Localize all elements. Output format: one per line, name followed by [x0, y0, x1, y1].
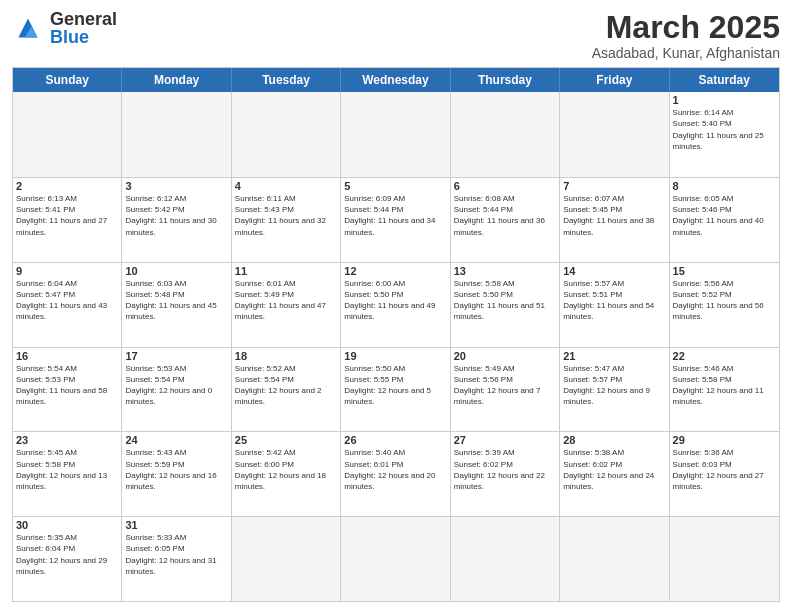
- day-number: 2: [16, 180, 118, 192]
- cal-cell: 3Sunrise: 6:12 AM Sunset: 5:42 PM Daylig…: [122, 178, 231, 262]
- cell-info: Sunrise: 5:53 AM Sunset: 5:54 PM Dayligh…: [125, 363, 227, 408]
- logo-text: General Blue: [50, 10, 117, 46]
- day-number: 18: [235, 350, 337, 362]
- cell-info: Sunrise: 6:07 AM Sunset: 5:45 PM Dayligh…: [563, 193, 665, 238]
- title-block: March 2025 Asadabad, Kunar, Afghanistan: [592, 10, 780, 61]
- cal-cell: 18Sunrise: 5:52 AM Sunset: 5:54 PM Dayli…: [232, 348, 341, 432]
- cal-cell: [451, 92, 560, 177]
- cell-info: Sunrise: 5:35 AM Sunset: 6:04 PM Dayligh…: [16, 532, 118, 577]
- cell-info: Sunrise: 5:45 AM Sunset: 5:58 PM Dayligh…: [16, 447, 118, 492]
- cal-cell: 31Sunrise: 5:33 AM Sunset: 6:05 PM Dayli…: [122, 517, 231, 601]
- cell-info: Sunrise: 5:56 AM Sunset: 5:52 PM Dayligh…: [673, 278, 776, 323]
- cal-cell: 29Sunrise: 5:36 AM Sunset: 6:03 PM Dayli…: [670, 432, 779, 516]
- cal-cell: [451, 517, 560, 601]
- cal-week-6: 30Sunrise: 5:35 AM Sunset: 6:04 PM Dayli…: [13, 516, 779, 601]
- cal-cell: 13Sunrise: 5:58 AM Sunset: 5:50 PM Dayli…: [451, 263, 560, 347]
- day-number: 4: [235, 180, 337, 192]
- cell-info: Sunrise: 5:49 AM Sunset: 5:56 PM Dayligh…: [454, 363, 556, 408]
- cal-cell: 30Sunrise: 5:35 AM Sunset: 6:04 PM Dayli…: [13, 517, 122, 601]
- day-number: 9: [16, 265, 118, 277]
- cell-info: Sunrise: 6:11 AM Sunset: 5:43 PM Dayligh…: [235, 193, 337, 238]
- cell-info: Sunrise: 6:04 AM Sunset: 5:47 PM Dayligh…: [16, 278, 118, 323]
- day-number: 17: [125, 350, 227, 362]
- day-number: 15: [673, 265, 776, 277]
- day-number: 26: [344, 434, 446, 446]
- day-number: 20: [454, 350, 556, 362]
- cal-cell: [122, 92, 231, 177]
- day-number: 7: [563, 180, 665, 192]
- cal-cell: 11Sunrise: 6:01 AM Sunset: 5:49 PM Dayli…: [232, 263, 341, 347]
- day-number: 12: [344, 265, 446, 277]
- day-number: 14: [563, 265, 665, 277]
- cell-info: Sunrise: 6:05 AM Sunset: 5:46 PM Dayligh…: [673, 193, 776, 238]
- cell-info: Sunrise: 5:38 AM Sunset: 6:02 PM Dayligh…: [563, 447, 665, 492]
- cell-info: Sunrise: 5:47 AM Sunset: 5:57 PM Dayligh…: [563, 363, 665, 408]
- cell-info: Sunrise: 5:50 AM Sunset: 5:55 PM Dayligh…: [344, 363, 446, 408]
- header-day-friday: Friday: [560, 68, 669, 92]
- day-number: 31: [125, 519, 227, 531]
- day-number: 1: [673, 94, 776, 106]
- header-day-sunday: Sunday: [13, 68, 122, 92]
- day-number: 22: [673, 350, 776, 362]
- cell-info: Sunrise: 6:12 AM Sunset: 5:42 PM Dayligh…: [125, 193, 227, 238]
- location: Asadabad, Kunar, Afghanistan: [592, 45, 780, 61]
- cal-cell: 12Sunrise: 6:00 AM Sunset: 5:50 PM Dayli…: [341, 263, 450, 347]
- cal-cell: 1Sunrise: 6:14 AM Sunset: 5:40 PM Daylig…: [670, 92, 779, 177]
- day-number: 6: [454, 180, 556, 192]
- cell-info: Sunrise: 5:57 AM Sunset: 5:51 PM Dayligh…: [563, 278, 665, 323]
- logo-blue: Blue: [50, 28, 117, 46]
- cal-cell: 25Sunrise: 5:42 AM Sunset: 6:00 PM Dayli…: [232, 432, 341, 516]
- day-number: 11: [235, 265, 337, 277]
- cal-cell: 26Sunrise: 5:40 AM Sunset: 6:01 PM Dayli…: [341, 432, 450, 516]
- cell-info: Sunrise: 5:36 AM Sunset: 6:03 PM Dayligh…: [673, 447, 776, 492]
- cell-info: Sunrise: 5:33 AM Sunset: 6:05 PM Dayligh…: [125, 532, 227, 577]
- header-day-saturday: Saturday: [670, 68, 779, 92]
- day-number: 24: [125, 434, 227, 446]
- cal-cell: 2Sunrise: 6:13 AM Sunset: 5:41 PM Daylig…: [13, 178, 122, 262]
- cal-cell: 23Sunrise: 5:45 AM Sunset: 5:58 PM Dayli…: [13, 432, 122, 516]
- day-number: 23: [16, 434, 118, 446]
- cal-cell: 22Sunrise: 5:46 AM Sunset: 5:58 PM Dayli…: [670, 348, 779, 432]
- cal-cell: 24Sunrise: 5:43 AM Sunset: 5:59 PM Dayli…: [122, 432, 231, 516]
- cal-week-4: 16Sunrise: 5:54 AM Sunset: 5:53 PM Dayli…: [13, 347, 779, 432]
- day-number: 16: [16, 350, 118, 362]
- cell-info: Sunrise: 5:39 AM Sunset: 6:02 PM Dayligh…: [454, 447, 556, 492]
- cell-info: Sunrise: 5:58 AM Sunset: 5:50 PM Dayligh…: [454, 278, 556, 323]
- logo: General Blue: [12, 10, 117, 46]
- cell-info: Sunrise: 6:01 AM Sunset: 5:49 PM Dayligh…: [235, 278, 337, 323]
- day-number: 13: [454, 265, 556, 277]
- cal-week-1: 1Sunrise: 6:14 AM Sunset: 5:40 PM Daylig…: [13, 92, 779, 177]
- header-day-wednesday: Wednesday: [341, 68, 450, 92]
- day-number: 10: [125, 265, 227, 277]
- cal-cell: 17Sunrise: 5:53 AM Sunset: 5:54 PM Dayli…: [122, 348, 231, 432]
- day-number: 28: [563, 434, 665, 446]
- cal-week-3: 9Sunrise: 6:04 AM Sunset: 5:47 PM Daylig…: [13, 262, 779, 347]
- cell-info: Sunrise: 5:54 AM Sunset: 5:53 PM Dayligh…: [16, 363, 118, 408]
- header-day-thursday: Thursday: [451, 68, 560, 92]
- day-number: 29: [673, 434, 776, 446]
- cal-cell: 16Sunrise: 5:54 AM Sunset: 5:53 PM Dayli…: [13, 348, 122, 432]
- cell-info: Sunrise: 5:52 AM Sunset: 5:54 PM Dayligh…: [235, 363, 337, 408]
- cell-info: Sunrise: 6:14 AM Sunset: 5:40 PM Dayligh…: [673, 107, 776, 152]
- cal-cell: 14Sunrise: 5:57 AM Sunset: 5:51 PM Dayli…: [560, 263, 669, 347]
- cal-cell: 21Sunrise: 5:47 AM Sunset: 5:57 PM Dayli…: [560, 348, 669, 432]
- cal-cell: 6Sunrise: 6:08 AM Sunset: 5:44 PM Daylig…: [451, 178, 560, 262]
- cal-cell: 8Sunrise: 6:05 AM Sunset: 5:46 PM Daylig…: [670, 178, 779, 262]
- day-number: 30: [16, 519, 118, 531]
- cal-cell: 19Sunrise: 5:50 AM Sunset: 5:55 PM Dayli…: [341, 348, 450, 432]
- cal-cell: 4Sunrise: 6:11 AM Sunset: 5:43 PM Daylig…: [232, 178, 341, 262]
- cal-cell: [341, 92, 450, 177]
- header: General Blue March 2025 Asadabad, Kunar,…: [12, 10, 780, 61]
- day-number: 27: [454, 434, 556, 446]
- cal-week-5: 23Sunrise: 5:45 AM Sunset: 5:58 PM Dayli…: [13, 431, 779, 516]
- header-day-monday: Monday: [122, 68, 231, 92]
- cal-cell: [13, 92, 122, 177]
- cal-cell: [232, 92, 341, 177]
- calendar: SundayMondayTuesdayWednesdayThursdayFrid…: [12, 67, 780, 602]
- day-number: 21: [563, 350, 665, 362]
- header-day-tuesday: Tuesday: [232, 68, 341, 92]
- calendar-header: SundayMondayTuesdayWednesdayThursdayFrid…: [13, 68, 779, 92]
- calendar-body: 1Sunrise: 6:14 AM Sunset: 5:40 PM Daylig…: [13, 92, 779, 601]
- cal-cell: 7Sunrise: 6:07 AM Sunset: 5:45 PM Daylig…: [560, 178, 669, 262]
- cal-cell: [341, 517, 450, 601]
